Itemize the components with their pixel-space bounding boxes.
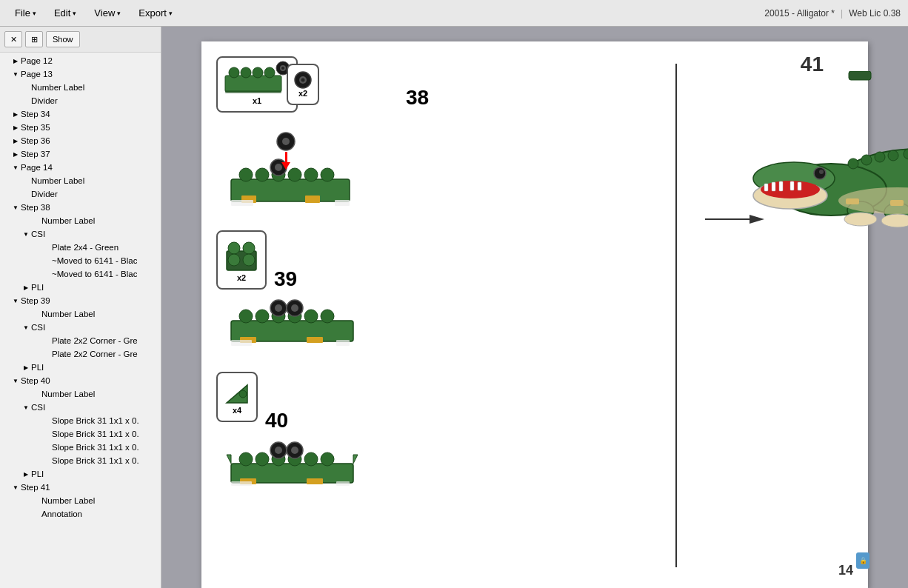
label-s39-csi: CSI <box>31 323 45 332</box>
svg-point-54 <box>304 452 318 466</box>
sidebar-item-page13-numberlabel[interactable]: Number Label <box>0 81 161 94</box>
show-button[interactable]: Show <box>46 31 80 47</box>
menu-export[interactable]: Export ▾ <box>131 4 180 21</box>
svg-rect-25 <box>231 200 253 206</box>
sidebar-item-step41[interactable]: ▼ Step 41 <box>0 481 161 494</box>
sidebar-item-step38-pli[interactable]: ▶ PLI <box>0 281 161 294</box>
right-panel <box>690 56 853 560</box>
svg-marker-63 <box>353 455 358 464</box>
sidebar-item-step41-numberlabel[interactable]: Number Label <box>0 494 161 507</box>
sidebar-item-step38-moved1[interactable]: ~Moved to 6141 - Blac <box>0 254 161 267</box>
menu-edit-label: Edit <box>54 7 70 19</box>
step40-pli-box: x4 <box>216 372 258 422</box>
sidebar-item-step40-pli[interactable]: ▶ PLI <box>0 467 161 481</box>
sidebar-item-page13-divider[interactable]: Divider <box>0 94 161 107</box>
sidebar-item-step40-csi[interactable]: ▼ CSI <box>0 401 161 414</box>
svg-point-99 <box>881 214 908 227</box>
sidebar-item-step39-pli[interactable]: ▶ PLI <box>0 361 161 374</box>
sidebar-item-page14-divider[interactable]: Divider <box>0 187 161 201</box>
label-page13: Page 13 <box>21 70 53 78</box>
label-step39: Step 39 <box>21 296 50 305</box>
app-title: 20015 - Alligator * <box>764 8 835 19</box>
sidebar-item-page14[interactable]: ▼ Page 14 <box>0 161 161 174</box>
menu-file[interactable]: File ▾ <box>7 4 44 21</box>
svg-point-79 <box>819 170 824 174</box>
menu-edit-chevron: ▾ <box>73 10 76 17</box>
arrow-s38-pli: ▶ <box>21 284 31 291</box>
sidebar-item-step38-csi[interactable]: ▼ CSI <box>0 227 161 241</box>
plate2x2-svg <box>224 238 259 273</box>
label-p13-nl: Number Label <box>31 83 84 92</box>
app-license: Web Lic 0.38 <box>849 8 901 19</box>
sidebar-item-page14-numberlabel[interactable]: Number Label <box>0 174 161 187</box>
step39-num: 39 <box>274 267 297 291</box>
sidebar-item-step40-slope1[interactable]: Slope Brick 31 1x1 x 0. <box>0 414 161 427</box>
menu-export-chevron: ▾ <box>169 10 173 17</box>
sidebar[interactable]: ✕ ⊞ Show ▶ Page 12 ▼ Page 13 Number Labe… <box>0 27 161 588</box>
sidebar-item-step40-numberlabel[interactable]: Number Label <box>0 387 161 401</box>
sidebar-item-page12[interactable]: ▶ Page 12 <box>0 54 161 67</box>
sidebar-item-step39-plate1[interactable]: Plate 2x2 Corner - Gre <box>0 334 161 347</box>
label-step40: Step 40 <box>21 376 50 385</box>
menu-bar: File ▾ Edit ▾ View ▾ Export ▾ 20015 - Al… <box>0 0 908 27</box>
svg-rect-65 <box>336 481 350 486</box>
svg-point-51 <box>256 452 269 466</box>
svg-point-28 <box>228 242 240 254</box>
sidebar-item-step40[interactable]: ▼ Step 40 <box>0 374 161 387</box>
sidebar-item-step39-csi[interactable]: ▼ CSI <box>0 321 161 334</box>
menu-edit[interactable]: Edit ▾ <box>47 4 84 21</box>
clear-button[interactable]: ✕ <box>4 31 22 47</box>
label-s40-sl4: Slope Brick 31 1x1 x 0. <box>52 456 139 465</box>
step39-section: x2 39 <box>216 230 661 291</box>
sidebar-item-page13[interactable]: ▼ Page 13 <box>0 67 161 81</box>
arrow-step39: ▼ <box>10 298 21 304</box>
sidebar-item-step40-slope2[interactable]: Slope Brick 31 1x1 x 0. <box>0 427 161 441</box>
sidebar-item-step38-plate2x4[interactable]: Plate 2x4 - Green <box>0 241 161 254</box>
sidebar-item-step40-slope3[interactable]: Slope Brick 31 1x1 x 0. <box>0 441 161 454</box>
label-step36: Step 36 <box>21 136 50 145</box>
label-s39-p2: Plate 2x2 Corner - Gre <box>52 350 138 358</box>
svg-point-30 <box>228 254 240 266</box>
sidebar-item-step37[interactable]: ▶ Step 37 <box>0 147 161 161</box>
sidebar-item-step36[interactable]: ▶ Step 36 <box>0 134 161 147</box>
arrow-s38-csi: ▼ <box>21 231 31 238</box>
step39-assembly <box>224 298 661 360</box>
svg-rect-57 <box>307 478 323 484</box>
arrow-step41: ▼ <box>10 484 21 491</box>
label-step41: Step 41 <box>21 483 50 492</box>
red-arrow <box>276 131 296 170</box>
sidebar-item-step38-numberlabel[interactable]: Number Label <box>0 214 161 227</box>
label-s39-pli: PLI <box>31 363 44 372</box>
step40-section: x4 40 <box>216 372 661 432</box>
technic-above <box>276 131 296 152</box>
sidebar-item-step39[interactable]: ▼ Step 39 <box>0 294 161 307</box>
svg-rect-96 <box>849 71 871 80</box>
sidebar-item-step41-annotation[interactable]: Annotation <box>0 507 161 521</box>
arrow-step34: ▶ <box>10 111 21 118</box>
menu-view[interactable]: View ▾ <box>87 4 128 21</box>
sidebar-item-step38[interactable]: ▼ Step 38 <box>0 201 161 214</box>
sidebar-item-step34[interactable]: ▶ Step 34 <box>0 107 161 121</box>
menu-export-label: Export <box>138 7 167 19</box>
sidebar-item-step35[interactable]: ▶ Step 35 <box>0 121 161 134</box>
pli-count-39: x2 <box>237 273 246 282</box>
label-s38-m1: ~Moved to 6141 - Blac <box>52 256 137 265</box>
label-s38-pli: PLI <box>31 283 44 292</box>
plate-2x4-icon <box>224 64 290 95</box>
sidebar-item-step40-slope4[interactable]: Slope Brick 31 1x1 x 0. <box>0 454 161 467</box>
pli-technic-box: x2 <box>287 64 319 105</box>
pli-count-40: x4 <box>233 406 241 415</box>
label-s41-nl: Number Label <box>41 496 95 505</box>
arrow-step37: ▶ <box>10 151 21 158</box>
svg-rect-46 <box>336 340 350 346</box>
alligator-svg <box>750 71 908 264</box>
svg-point-82 <box>875 152 885 162</box>
sidebar-item-step39-numberlabel[interactable]: Number Label <box>0 307 161 321</box>
svg-rect-40 <box>307 337 323 343</box>
sidebar-item-step38-moved2[interactable]: ~Moved to 6141 - Blac <box>0 267 161 281</box>
menu-view-chevron: ▾ <box>117 10 121 17</box>
grid-button[interactable]: ⊞ <box>25 31 43 47</box>
sidebar-item-step39-plate2[interactable]: Plate 2x2 Corner - Gre <box>0 347 161 361</box>
svg-point-1 <box>229 67 239 78</box>
step38-technic-pli: x2 <box>287 64 319 105</box>
